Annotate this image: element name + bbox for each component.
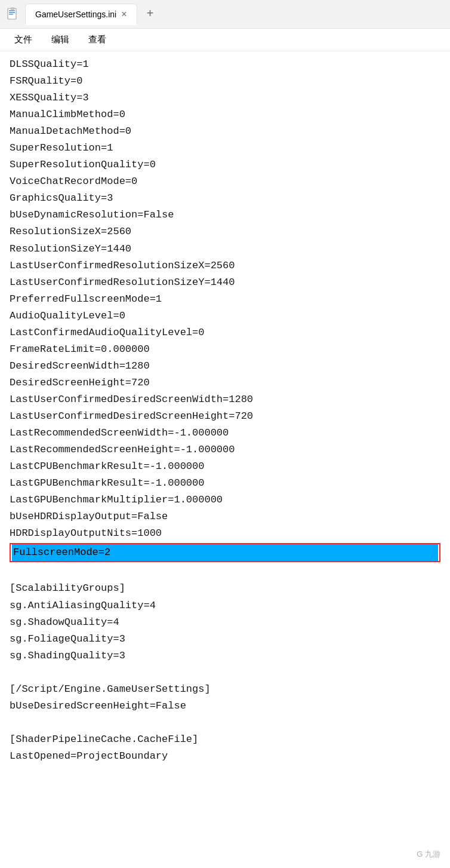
line-item: DesiredScreenWidth=1280	[10, 358, 440, 375]
app-icon	[5, 6, 21, 23]
line-item: XESSQuality=3	[10, 90, 440, 106]
active-tab[interactable]: GameUserSettings.ini ×	[25, 4, 137, 25]
line-item: LastUserConfirmedResolutionSizeY=1440	[10, 274, 440, 291]
menu-file[interactable]: 文件	[10, 32, 37, 48]
empty-line	[10, 563, 440, 580]
menu-view[interactable]: 查看	[84, 32, 111, 48]
highlight-box: FullscreenMode=2	[10, 543, 440, 562]
empty-line	[10, 664, 440, 681]
line-item: bUseDynamicResolution=False	[10, 207, 440, 223]
svg-rect-3	[9, 14, 13, 15]
line-item: SuperResolution=1	[10, 140, 440, 157]
line-item: LastConfirmedAudioQualityLevel=0	[10, 324, 440, 341]
add-tab-button[interactable]: +	[142, 5, 159, 23]
line-item: bUseHDRDisplayOutput=False	[10, 508, 440, 525]
content-area[interactable]: DLSSQuality=1 FSRQuality=0 XESSQuality=3…	[0, 51, 450, 868]
line-item: [ShaderPipelineCache.CacheFile]	[10, 731, 440, 748]
line-item: ResolutionSizeY=1440	[10, 241, 440, 257]
svg-rect-4	[11, 8, 14, 10]
line-item: sg.FoliageQuality=3	[10, 631, 440, 648]
line-item: GraphicsQuality=3	[10, 190, 440, 207]
line-item: SuperResolutionQuality=0	[10, 157, 440, 173]
line-item: LastOpened=ProjectBoundary	[10, 748, 440, 765]
line-item: LastUserConfirmedResolutionSizeX=2560	[10, 257, 440, 274]
tab-label: GameUserSettings.ini	[35, 10, 116, 19]
close-tab-button[interactable]: ×	[121, 9, 127, 20]
line-item: LastUserConfirmedDesiredScreenHeight=720	[10, 408, 440, 425]
highlighted-text: FullscreenMode=2	[12, 544, 438, 561]
line-item: [/Script/Engine.GameUserSettings]	[10, 681, 440, 698]
line-item: bUseDesiredScreenHeight=False	[10, 698, 440, 714]
line-item: LastGPUBenchmarkResult=-1.000000	[10, 475, 440, 492]
line-item: VoiceChatRecordMode=0	[10, 173, 440, 190]
tab-area: GameUserSettings.ini × +	[25, 4, 445, 25]
svg-rect-1	[9, 10, 15, 11]
line-item: FrameRateLimit=0.000000	[10, 341, 440, 358]
line-item: AudioQualityLevel=0	[10, 308, 440, 324]
line-item: LastRecommendedScreenHeight=-1.000000	[10, 441, 440, 458]
line-item: DesiredScreenHeight=720	[10, 375, 440, 391]
line-item: sg.ShadowQuality=4	[10, 614, 440, 631]
line-item: PreferredFullscreenMode=1	[10, 291, 440, 308]
line-item: DLSSQuality=1	[10, 56, 440, 73]
line-item: ResolutionSizeX=2560	[10, 223, 440, 240]
line-item: LastRecommendedScreenWidth=-1.000000	[10, 425, 440, 441]
line-item: sg.ShadingQuality=3	[10, 648, 440, 664]
menu-edit[interactable]: 编辑	[47, 32, 74, 48]
line-item: ManualClimbMethod=0	[10, 106, 440, 123]
line-item: LastCPUBenchmarkResult=-1.000000	[10, 458, 440, 475]
empty-line	[10, 714, 440, 731]
line-item: LastUserConfirmedDesiredScreenWidth=1280	[10, 391, 440, 408]
svg-rect-2	[9, 12, 15, 13]
watermark: G 九游	[414, 848, 443, 861]
menu-bar: 文件 编辑 查看	[0, 29, 450, 51]
line-item: FSRQuality=0	[10, 73, 440, 90]
line-item: [ScalabilityGroups]	[10, 580, 440, 597]
line-item: sg.AntiAliasingQuality=4	[10, 597, 440, 614]
line-item: HDRDisplayOutputNits=1000	[10, 525, 440, 542]
line-item: LastGPUBenchmarkMultiplier=1.000000	[10, 492, 440, 508]
app-window: GameUserSettings.ini × + 文件 编辑 查看 DLSSQu…	[0, 0, 450, 868]
title-bar: GameUserSettings.ini × +	[0, 0, 450, 29]
line-item: ManualDetachMethod=0	[10, 123, 440, 140]
